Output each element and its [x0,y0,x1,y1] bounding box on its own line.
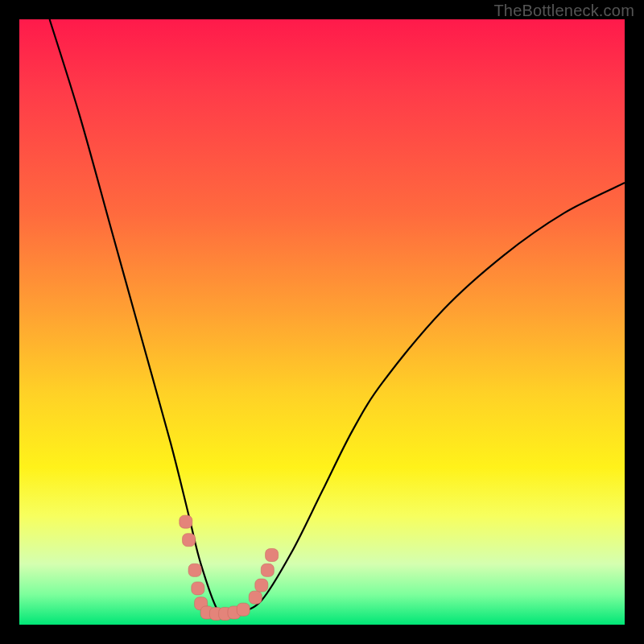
component-bead [237,603,250,616]
component-beads [180,515,279,620]
component-bead [183,534,196,547]
bottleneck-curve-svg [19,19,625,625]
component-bead [266,549,279,562]
component-bead [249,591,262,604]
plot-area [19,19,625,625]
component-bead [255,579,268,592]
component-bead [180,515,192,528]
watermark-text: TheBottleneck.com [493,2,634,20]
component-bead [192,582,204,595]
bottleneck-curve [50,19,625,617]
component-bead [188,564,201,576]
component-bead [261,564,274,576]
chart-frame: TheBottleneck.com [0,0,644,644]
